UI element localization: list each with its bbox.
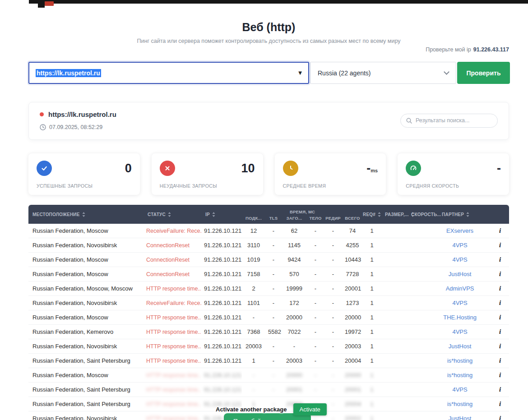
ip-cell: 91.226.10.121 — [204, 386, 241, 393]
col-header-body: ТЕЛО — [307, 216, 324, 224]
col-header-redirect: РЕДИР — [324, 216, 342, 224]
info-icon[interactable]: i — [499, 415, 501, 420]
info-icon[interactable]: i — [499, 328, 501, 335]
col-header-speed[interactable]: СКОРОСТЬ... — [407, 205, 438, 224]
result-url: https://lk.ruspetrol.ru — [48, 111, 116, 118]
partner-link[interactable]: EXservers — [446, 227, 473, 234]
redirect-time-cell: - — [332, 343, 334, 350]
info-icon[interactable]: i — [499, 371, 501, 378]
total-time-cell: 74 — [349, 227, 356, 234]
search-box[interactable] — [400, 114, 498, 128]
total-time-cell: 1273 — [346, 300, 359, 306]
redirect-time-cell: - — [332, 357, 334, 364]
partner-link[interactable]: 4VPS — [452, 328, 467, 335]
load-time-cell: 19999 — [286, 285, 302, 292]
url-input-value: https://lk.ruspetrol.ru — [36, 69, 101, 77]
col-header-req[interactable]: REQ# — [363, 205, 381, 224]
partner-link[interactable]: JustHost — [449, 415, 472, 420]
load-time-cell: 7022 — [288, 328, 301, 335]
info-icon[interactable]: i — [499, 227, 501, 234]
table-row: Russian Federation, Novosibirsk HTTP res… — [28, 339, 509, 354]
avg-time-unit: ms — [371, 168, 378, 173]
info-icon[interactable]: i — [499, 314, 501, 321]
partner-link[interactable]: 4VPS — [452, 256, 467, 263]
avg-speed-value: - — [497, 162, 501, 175]
info-icon[interactable]: i — [499, 285, 501, 292]
connect-time-cell: 1019 — [247, 256, 260, 263]
check-circle-icon — [37, 161, 52, 176]
partner-link[interactable]: 4VPS — [452, 300, 467, 306]
info-icon[interactable]: i — [499, 357, 501, 364]
partner-link[interactable]: JustHost — [449, 271, 472, 277]
body-time-cell: - — [315, 343, 316, 350]
status-cell: ReceiveFailure: Rece... — [146, 228, 201, 234]
search-input[interactable] — [416, 117, 492, 124]
body-time-cell: - — [315, 372, 316, 378]
total-time-cell: 20002 — [345, 415, 361, 420]
connect-time-cell: - — [253, 372, 255, 378]
location-cell: Russian Federation, Novosibirsk — [28, 238, 144, 253]
ip-cell: 91.226.10.121 — [204, 300, 241, 306]
body-time-cell: - — [315, 227, 316, 234]
search-icon — [406, 118, 412, 124]
region-select[interactable]: Russia (22 agents) — [310, 62, 456, 84]
info-icon[interactable]: i — [499, 386, 501, 393]
load-time-cell: 62 — [291, 227, 297, 234]
failed-count: 10 — [241, 162, 255, 175]
info-icon[interactable]: i — [499, 241, 501, 249]
col-header-size[interactable]: РАЗМЕР,... — [381, 205, 407, 224]
location-cell: Russian Federation, Saint Petersburg — [28, 383, 144, 397]
load-time-cell: 172 — [289, 300, 299, 306]
my-ip-value[interactable]: 91.226.43.117 — [473, 46, 509, 53]
info-icon[interactable]: i — [499, 299, 501, 306]
partner-link[interactable]: AdminVPS — [446, 285, 474, 292]
req-cell: 1 — [370, 357, 373, 364]
req-cell: 1 — [370, 314, 373, 321]
info-icon[interactable]: i — [499, 270, 501, 277]
ip-cell: 91.226.10.121 — [204, 314, 241, 321]
connect-time-cell: 3110 — [247, 242, 260, 249]
col-header-ip[interactable]: IP — [201, 205, 242, 224]
col-header-status[interactable]: СТАТУС — [144, 205, 201, 224]
cross-circle-icon — [160, 161, 175, 176]
url-input[interactable]: https://lk.ruspetrol.ru ▼ — [28, 62, 309, 84]
total-time-cell: 7728 — [346, 271, 359, 277]
redirect-time-cell: - — [332, 227, 334, 234]
ip-cell: 91.226.10.121 — [204, 285, 241, 292]
partner-link[interactable]: THE.Hosting — [443, 314, 477, 321]
ip-cell: 91.226.10.121 — [204, 271, 241, 277]
partner-link[interactable]: is*hosting — [447, 357, 472, 364]
partner-link[interactable]: 4VPS — [452, 386, 467, 393]
sort-icon — [212, 212, 215, 217]
partner-link[interactable]: is*hosting — [447, 401, 472, 407]
info-icon[interactable]: i — [499, 400, 501, 407]
success-label: УСПЕШНЫЕ ЗАПРОСЫ — [37, 183, 132, 189]
col-header-load: ЗАГО... — [282, 216, 307, 224]
connect-time-cell: 7158 — [247, 271, 260, 277]
req-cell: 1 — [370, 242, 373, 249]
col-header-partner[interactable]: ПАРТНЕР — [438, 205, 482, 224]
body-time-cell: - — [315, 300, 316, 306]
load-time-cell: 570 — [289, 271, 299, 277]
partner-link[interactable]: is*hosting — [447, 372, 472, 378]
check-button[interactable]: Проверить — [457, 62, 510, 84]
status-cell: HTTP response time... — [146, 286, 201, 292]
caret-down-icon[interactable]: ▼ — [298, 70, 302, 75]
page-subtitle: Пинг сайта или сервера поможет контролир… — [28, 38, 509, 44]
partner-link[interactable]: 4VPS — [452, 242, 467, 249]
ip-cell: 91.226.10.121 — [204, 357, 241, 364]
info-icon[interactable]: i — [499, 342, 501, 350]
req-cell: 1 — [370, 227, 373, 234]
redirect-time-cell: - — [332, 300, 334, 306]
partner-link[interactable]: JustHost — [449, 343, 472, 350]
info-icon[interactable]: i — [499, 256, 501, 263]
status-cell: HTTP response time... — [146, 372, 201, 378]
body-time-cell: - — [315, 386, 316, 393]
body-time-cell: - — [315, 242, 316, 249]
clock-circle-icon — [283, 161, 298, 176]
col-header-tls: TLS — [265, 216, 282, 224]
stat-card-avg-time: -ms СРЕДНЕЕ ВРЕМЯ — [275, 153, 386, 195]
redirect-time-cell: - — [332, 285, 334, 292]
activate-button[interactable]: Activate — [293, 403, 327, 415]
col-header-location[interactable]: МЕСТОПОЛОЖЕНИЕ — [28, 205, 144, 224]
